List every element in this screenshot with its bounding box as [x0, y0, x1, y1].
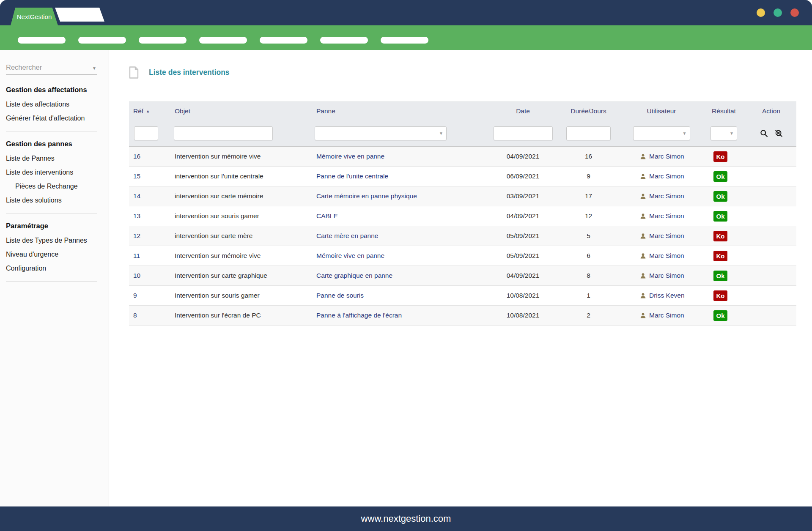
column-header-ref[interactable]: Réf▲: [129, 107, 173, 115]
sort-asc-icon: ▲: [146, 109, 150, 113]
cell-utilisateur: Driss Keven: [621, 292, 702, 299]
nav-pill[interactable]: [139, 37, 187, 44]
status-badge: Ko: [713, 151, 727, 162]
user-name: Marc Simon: [649, 232, 684, 240]
filter-date-input[interactable]: [494, 126, 553, 140]
sidebar-entry[interactable]: Liste des solutions: [6, 193, 103, 207]
table-header: Réf▲ Objet Panne Date Durée/Jours Utilis…: [129, 101, 796, 147]
cell-ref: 15: [129, 172, 173, 180]
filter-objet-input[interactable]: [174, 126, 273, 140]
clear-search-icon[interactable]: [774, 129, 783, 138]
top-header-bar: NextGestion: [0, 0, 812, 25]
sidebar-entry[interactable]: Liste de Pannes: [6, 151, 103, 165]
cell-date: 10/08/2021: [490, 312, 556, 319]
search-icon[interactable]: [760, 129, 768, 138]
page-title-row: Liste des interventions: [129, 66, 812, 79]
user-name: Marc Simon: [649, 153, 684, 160]
cell-objet: Intervention sur mémoire vive: [173, 252, 315, 260]
user-icon: [640, 253, 646, 259]
cell-panne: Mémoire vive en panne: [315, 153, 490, 160]
filter-cell-duree: [556, 126, 621, 140]
window-dot-teal[interactable]: [774, 8, 782, 17]
cell-utilisateur: Marc Simon: [621, 212, 702, 220]
table-row[interactable]: 16 Intervention sur mémoire vive Mémoire…: [129, 147, 796, 167]
user-icon: [640, 293, 646, 299]
cell-resultat: Ok: [702, 171, 746, 182]
nav-pill[interactable]: [381, 37, 428, 44]
sidebar-menu: Gestion des affectations Liste des affec…: [6, 86, 103, 282]
filter-duree-input[interactable]: [566, 126, 611, 140]
cell-date: 04/09/2021: [490, 272, 556, 279]
secondary-tab[interactable]: [55, 8, 104, 22]
chevron-down-icon: ▼: [683, 131, 687, 136]
filter-panne-select[interactable]: ▼: [315, 126, 447, 140]
status-badge: Ko: [713, 290, 727, 301]
sidebar-entry[interactable]: Liste des interventions: [6, 165, 103, 179]
cell-resultat: Ok: [702, 310, 746, 321]
column-header-resultat[interactable]: Résultat: [702, 107, 746, 115]
sidebar-entry[interactable]: Liste des affectations: [6, 97, 103, 111]
column-header-duree[interactable]: Durée/Jours: [556, 107, 621, 115]
footer-url: www.nextgestion.com: [361, 513, 451, 524]
sidebar-entry[interactable]: Configuration: [6, 261, 103, 275]
nav-pill[interactable]: [260, 37, 307, 44]
user-name: Marc Simon: [649, 192, 684, 200]
sidebar-entry[interactable]: Niveau d'urgence: [6, 247, 103, 261]
table-row[interactable]: 11 Intervention sur mémoire vive Mémoire…: [129, 246, 796, 266]
user-icon: [640, 193, 646, 200]
table-row[interactable]: 10 Intervention sur carte graphique Cart…: [129, 266, 796, 286]
cell-objet: intervention sur carte mémoire: [173, 192, 315, 200]
cell-resultat: Ko: [702, 251, 746, 261]
brand-tab[interactable]: NextGestion: [11, 8, 58, 25]
cell-objet: Intervention sur souris gamer: [173, 292, 315, 299]
column-header-panne[interactable]: Panne: [315, 107, 490, 115]
window-dot-yellow[interactable]: [757, 8, 765, 17]
cell-utilisateur: Marc Simon: [621, 153, 702, 160]
nav-pill[interactable]: [18, 37, 66, 44]
chevron-down-icon[interactable]: ▼: [92, 66, 96, 71]
app-window: NextGestion ▼: [0, 0, 812, 531]
sidebar-entry[interactable]: Générer l'état d'affectation: [6, 111, 103, 125]
cell-date: 03/09/2021: [490, 192, 556, 200]
cell-date: 10/08/2021: [490, 292, 556, 299]
column-header-utilisateur[interactable]: Utilisateur: [621, 107, 702, 115]
cell-resultat: Ko: [702, 290, 746, 301]
chevron-down-icon: ▼: [730, 131, 734, 136]
user-icon: [640, 153, 646, 160]
footer-bar: www.nextgestion.com: [0, 506, 812, 531]
nav-pill[interactable]: [78, 37, 126, 44]
table-row[interactable]: 12 intervention sur carte mère Carte mèr…: [129, 226, 796, 246]
nav-pill[interactable]: [199, 37, 247, 44]
sidebar-entry: Gestion des pannes: [6, 140, 103, 148]
filter-utilisateur-select[interactable]: ▼: [633, 126, 690, 140]
table-row[interactable]: 13 intervention sur souris gamer CABLE 0…: [129, 206, 796, 226]
table-row[interactable]: 15 intervention sur l'unite centrale Pan…: [129, 167, 796, 186]
user-name: Marc Simon: [649, 272, 684, 279]
user-name: Driss Keven: [649, 292, 685, 299]
filter-ref-input[interactable]: [134, 126, 158, 140]
user-icon: [640, 213, 646, 219]
brand-label: NextGestion: [17, 13, 52, 20]
table-row[interactable]: 9 Intervention sur souris gamer Panne de…: [129, 286, 796, 306]
filter-cell-action: [746, 129, 796, 138]
filter-resultat-select[interactable]: ▼: [710, 126, 737, 140]
table-row[interactable]: 14 intervention sur carte mémoire Carte …: [129, 186, 796, 206]
sidebar-entry[interactable]: Liste des Types de Pannes: [6, 233, 103, 247]
search-input[interactable]: [6, 63, 97, 71]
cell-duree: 12: [556, 212, 621, 220]
cell-ref: 13: [129, 212, 173, 220]
column-header-date[interactable]: Date: [490, 107, 556, 115]
cell-objet: Intervention sur mémoire vive: [173, 153, 315, 160]
cell-panne: Mémoire vive en panne: [315, 252, 490, 260]
sidebar-entry[interactable]: Pièces de Rechange: [6, 179, 103, 193]
cell-utilisateur: Marc Simon: [621, 172, 702, 180]
column-header-objet[interactable]: Objet: [173, 107, 315, 115]
cell-date: 06/09/2021: [490, 172, 556, 180]
table-row[interactable]: 8 Intervention sur l'écran de PC Panne à…: [129, 306, 796, 326]
window-dot-red[interactable]: [790, 8, 799, 17]
cell-panne: Panne de souris: [315, 292, 490, 299]
cell-duree: 6: [556, 252, 621, 260]
sidebar-entry: [6, 213, 97, 213]
nav-pill[interactable]: [320, 37, 368, 44]
user-name: Marc Simon: [649, 312, 684, 319]
